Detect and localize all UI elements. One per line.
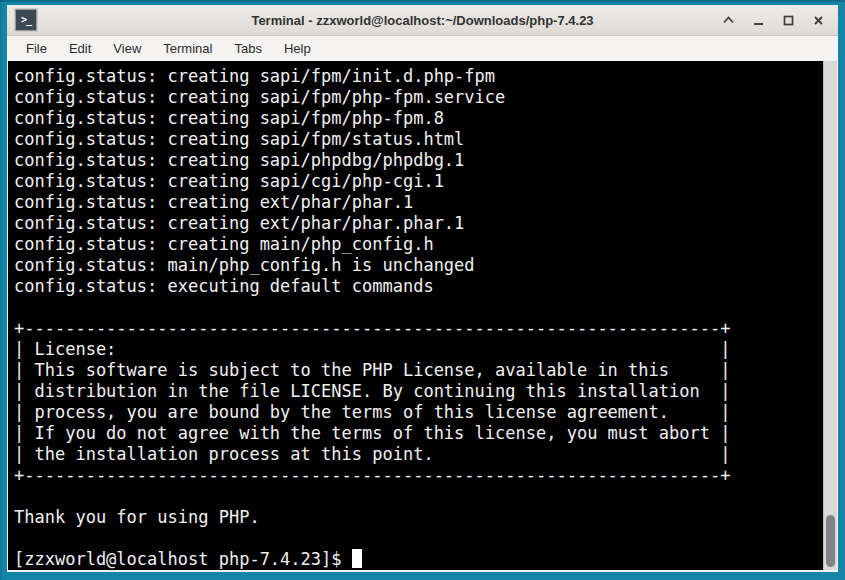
terminal-line: config.status: creating sapi/cgi/php-cgi… [14, 171, 823, 192]
terminal-line: config.status: creating sapi/phpdbg/phpd… [14, 150, 823, 171]
terminal-line: | License: | [14, 339, 823, 360]
menu-item[interactable]: Help [273, 38, 322, 59]
terminal-line: config.status: main/php_config.h is unch… [14, 255, 823, 276]
terminal-line [14, 528, 823, 549]
terminal-line: config.status: creating sapi/fpm/php-fpm… [14, 87, 823, 108]
window-controls [716, 8, 830, 32]
terminal-line: +---------------------------------------… [14, 318, 823, 339]
terminal-output[interactable]: config.status: creating sapi/fpm/init.d.… [8, 61, 823, 570]
shade-icon [721, 13, 736, 28]
terminal-app-icon: >_ [15, 9, 37, 31]
terminal-line: | If you do not agree with the terms of … [14, 423, 823, 444]
terminal-line: config.status: creating sapi/fpm/init.d.… [14, 66, 823, 87]
terminal-area: config.status: creating sapi/fpm/init.d.… [7, 61, 838, 572]
prompt-line: [zzxworld@localhost php-7.4.23]$ [14, 549, 823, 570]
window-frame: >_ Terminal - zzxworld@localhost:~/Downl… [0, 0, 845, 580]
terminal-line: | process, you are bound by the terms of… [14, 402, 823, 423]
terminal-window: >_ Terminal - zzxworld@localhost:~/Downl… [7, 5, 838, 572]
terminal-line: | the installation process at this point… [14, 444, 823, 465]
menu-item[interactable]: Tabs [223, 38, 272, 59]
terminal-line: config.status: creating ext/phar/phar.1 [14, 192, 823, 213]
terminal-line: config.status: executing default command… [14, 276, 823, 297]
terminal-line: | This software is subject to the PHP Li… [14, 360, 823, 381]
maximize-icon [781, 13, 796, 28]
close-button[interactable] [806, 8, 830, 32]
titlebar[interactable]: >_ Terminal - zzxworld@localhost:~/Downl… [7, 5, 838, 36]
shade-button[interactable] [716, 8, 740, 32]
terminal-line: config.status: creating sapi/fpm/php-fpm… [14, 108, 823, 129]
scrollbar-thumb[interactable] [826, 515, 835, 567]
maximize-button[interactable] [776, 8, 800, 32]
terminal-line: config.status: creating ext/phar/phar.ph… [14, 213, 823, 234]
terminal-cursor [352, 549, 362, 568]
menu-item[interactable]: View [102, 38, 152, 59]
minimize-button[interactable] [746, 8, 770, 32]
minimize-icon [751, 13, 766, 28]
terminal-line: | distribution in the file LICENSE. By c… [14, 381, 823, 402]
window-title: Terminal - zzxworld@localhost:~/Download… [7, 13, 838, 28]
terminal-line: config.status: creating main/php_config.… [14, 234, 823, 255]
prompt-text: [zzxworld@localhost php-7.4.23]$ [14, 549, 352, 569]
menu-item[interactable]: File [15, 38, 58, 59]
terminal-line [14, 486, 823, 507]
scrollbar[interactable] [823, 61, 837, 570]
terminal-line: Thank you for using PHP. [14, 507, 823, 528]
close-icon [811, 13, 826, 28]
terminal-line: +---------------------------------------… [14, 465, 823, 486]
terminal-line [14, 297, 823, 318]
menu-item[interactable]: Terminal [152, 38, 223, 59]
terminal-lines: config.status: creating sapi/fpm/init.d.… [14, 66, 823, 549]
terminal-line: config.status: creating sapi/fpm/status.… [14, 129, 823, 150]
menubar: FileEditViewTerminalTabsHelp [7, 36, 838, 61]
menu-item[interactable]: Edit [58, 38, 102, 59]
